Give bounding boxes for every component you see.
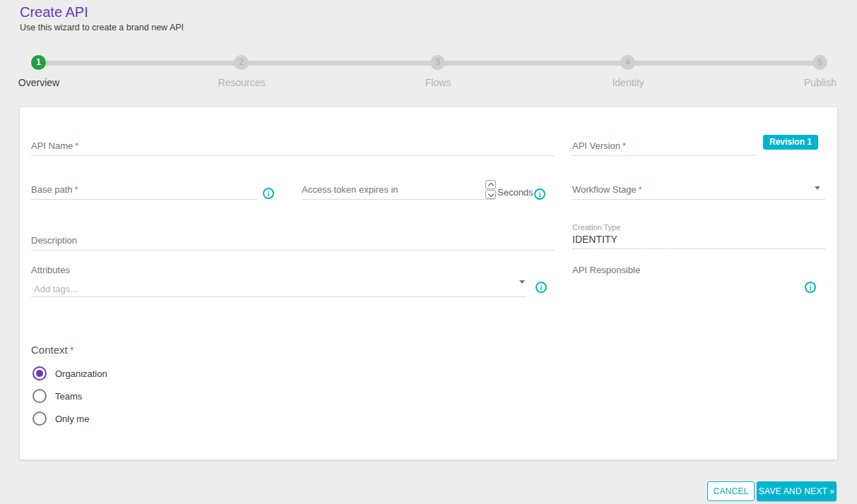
step-label-publish: Publish (778, 77, 857, 88)
step-circle-overview[interactable]: 1 (31, 55, 46, 70)
api-name-input[interactable] (31, 140, 555, 156)
radio-only-me[interactable]: Only me (32, 411, 89, 426)
required-asterisk: * (70, 344, 74, 356)
step-circle-flows[interactable]: 3 (430, 55, 445, 70)
description-input[interactable] (31, 235, 555, 251)
radio-button-icon[interactable] (32, 412, 47, 426)
save-and-next-button[interactable]: SAVE AND NEXT » (757, 481, 837, 501)
radio-organization[interactable]: Organization (32, 366, 107, 381)
base-path-input[interactable] (31, 184, 258, 200)
creation-type-divider (572, 239, 825, 249)
form-card: API Name* API Version* Revision 1 Base p… (20, 107, 837, 460)
create-api-page: Create API Use this wizard to create a b… (0, 0, 857, 504)
radio-teams-label: Teams (55, 391, 82, 402)
wizard-stepper: 1 2 3 4 5 Overview Resources Flows Ident… (0, 0, 857, 92)
revision-badge: Revision 1 (763, 135, 818, 150)
access-token-stepper (485, 180, 496, 199)
chevron-down-icon[interactable] (815, 186, 820, 190)
context-label: Context* (31, 344, 74, 356)
api-responsible-label: API Responsible (572, 265, 640, 275)
workflow-stage-select[interactable] (572, 184, 825, 200)
step-circle-resources[interactable]: 2 (234, 55, 249, 70)
base-path-info-icon[interactable] (263, 188, 274, 199)
radio-button-icon[interactable] (32, 389, 47, 403)
radio-button-icon[interactable] (32, 366, 47, 380)
spinner-down-icon[interactable] (485, 190, 496, 199)
creation-type-label: Creation Type (572, 223, 620, 232)
attributes-label: Attributes (31, 265, 70, 275)
step-label-identity: Identity (586, 77, 670, 88)
step-label-overview[interactable]: Overview (0, 77, 81, 88)
api-responsible-info-icon[interactable] (805, 282, 816, 293)
radio-teams[interactable]: Teams (32, 388, 82, 404)
cancel-button[interactable]: CANCEL (707, 481, 755, 501)
radio-organization-label: Organization (55, 368, 107, 379)
spinner-up-icon[interactable] (485, 180, 496, 189)
access-token-input[interactable] (302, 184, 495, 200)
access-token-unit-label: Seconds (497, 187, 533, 198)
attributes-info-icon[interactable] (536, 282, 547, 293)
step-circle-publish[interactable]: 5 (812, 55, 827, 70)
chevron-down-icon[interactable] (519, 280, 525, 284)
radio-only-me-label: Only me (55, 414, 89, 424)
step-label-resources: Resources (199, 77, 284, 88)
step-circle-identity[interactable]: 4 (620, 55, 635, 70)
api-version-input[interactable] (572, 140, 755, 156)
access-token-info-icon[interactable] (534, 188, 545, 200)
attributes-tags-input[interactable] (31, 282, 526, 297)
stepper-track (39, 61, 820, 66)
step-label-flows: Flows (396, 77, 480, 88)
